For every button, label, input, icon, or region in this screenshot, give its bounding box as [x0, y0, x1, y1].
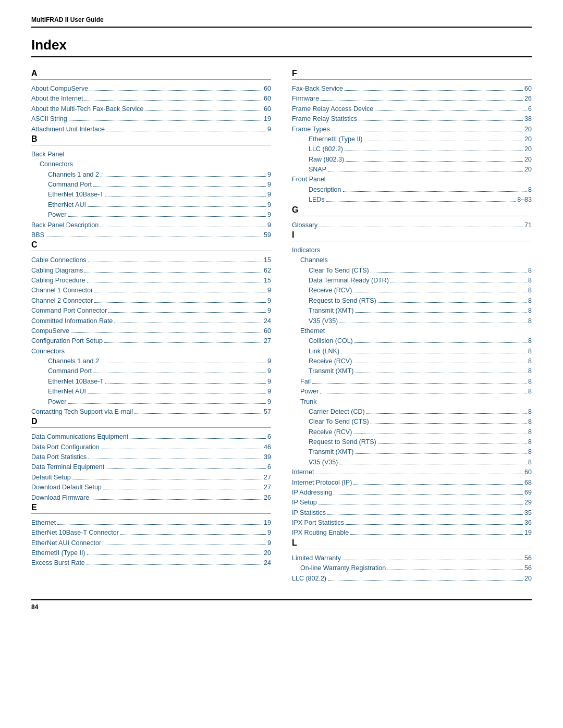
list-item: Request to Send (RTS)8	[292, 437, 532, 447]
entry-label: Limited Warranty	[292, 553, 341, 563]
entry-label: EtherNet AUI	[48, 387, 86, 397]
list-item: Firmware26	[292, 94, 532, 104]
entry-dots	[371, 272, 527, 273]
entry-label: EthernetII (Type II)	[309, 134, 363, 144]
entry-label: Data Port Configuration	[31, 442, 100, 452]
entry-dots	[105, 383, 266, 384]
entry-label: Internet	[292, 467, 314, 477]
entry-dots	[106, 468, 266, 469]
entry-dots	[88, 206, 266, 207]
list-item: Receive (RCV)8	[292, 286, 532, 295]
entry-dots	[145, 110, 262, 111]
entry-dots	[68, 216, 266, 217]
entry-page: 9	[267, 200, 271, 210]
entry-label: Back Panel Description	[31, 220, 99, 230]
entry-label: EtherNet 10Base-T Connector	[31, 528, 119, 538]
entry-page: 60	[264, 84, 271, 94]
entry-label: Raw (802.3)	[309, 155, 344, 165]
entry-page: 20	[524, 574, 532, 584]
list-item: LLC (802.2)20	[292, 574, 532, 584]
entry-dots	[350, 534, 523, 535]
list-item: Cabling Diagrams62	[31, 266, 271, 276]
list-item: Download Firmware26	[31, 493, 271, 503]
list-item: Channel 1 Connector9	[31, 286, 271, 295]
entry-label: Transmit (XMT)	[309, 366, 353, 376]
list-item: Transmit (XMT)8	[292, 366, 532, 376]
entry-label: Transmit (XMT)	[309, 447, 353, 457]
entry-label: Firmware	[292, 94, 319, 104]
entry-dots	[101, 363, 266, 363]
entry-label: CompuServe	[31, 326, 69, 336]
entry-page: 56	[524, 563, 532, 573]
entry-dots	[71, 332, 262, 333]
entry-page: 20	[524, 125, 532, 134]
entry-page: 9	[267, 125, 271, 134]
list-item: Raw (802.3)20	[292, 155, 532, 165]
entry-dots	[87, 564, 262, 565]
entry-label: Contacting Tech Support via E-mail	[31, 407, 133, 417]
entry-dots	[346, 161, 523, 162]
list-item: Limited Warranty56	[292, 553, 532, 563]
entry-label: Data Port Statistics	[31, 452, 87, 462]
entry-page: 19	[264, 518, 271, 528]
entry-label: About CompuServe	[31, 84, 88, 94]
entry-dots	[68, 403, 266, 404]
entry-dots	[354, 342, 527, 343]
list-item: Default Setup27	[31, 473, 271, 483]
entry-dots	[327, 514, 523, 515]
entry-label: IP Addressing	[292, 488, 332, 498]
section-b: BBack PanelConnectorsChannels 1 and 29Co…	[31, 134, 271, 240]
entry-dots	[101, 176, 266, 177]
list-item: Command Port Connector9	[31, 306, 271, 316]
list-item: Frame Relay Access Device6	[292, 104, 532, 114]
entry-page: 9	[267, 356, 271, 366]
entry-dots	[106, 131, 266, 131]
list-item: Cable Connections15	[31, 255, 271, 265]
list-item: Internet60	[292, 467, 532, 477]
entry-page: 6	[267, 462, 271, 472]
list-item: Ethernet	[292, 326, 532, 336]
entry-dots	[88, 393, 266, 393]
entry-dots	[387, 570, 523, 570]
entry-label: About the Internet	[31, 94, 83, 104]
entry-label: V35 (V35)	[309, 316, 338, 326]
entry-dots	[100, 227, 266, 227]
entry-page: 6	[528, 104, 532, 114]
entry-label: Frame Relay Statistics	[292, 114, 357, 124]
list-item: Back Panel Description9	[31, 220, 271, 230]
list-item: EtherNet AUI9	[31, 387, 271, 397]
list-item: Receive (RCV)8	[292, 427, 532, 437]
entry-label: Link (LNK)	[309, 347, 339, 356]
entry-dots	[94, 292, 266, 292]
entry-dots	[319, 227, 523, 227]
entry-label: Command Port	[48, 180, 92, 190]
entry-label: Command Port	[48, 366, 92, 376]
entry-dots	[366, 413, 527, 414]
entry-page: 9	[267, 296, 271, 306]
list-item: Connectors	[31, 159, 271, 169]
entry-dots	[101, 449, 262, 449]
entry-page: 8	[528, 276, 532, 286]
entry-dots	[343, 191, 527, 192]
entry-page: 9	[267, 190, 271, 200]
footer-page-number: 84	[31, 603, 38, 611]
list-item: Front Panel	[292, 175, 532, 184]
entry-label: Download Firmware	[31, 493, 89, 503]
entry-page: 56	[524, 553, 532, 563]
list-item: Description8	[292, 185, 532, 195]
entry-dots	[104, 342, 262, 343]
entry-page: 60	[264, 326, 271, 336]
section-e: EEthernet19EtherNet 10Base-T Connector9E…	[31, 503, 271, 569]
list-item: ASCII String19	[31, 114, 271, 124]
section-a: AAbout CompuServe60About the Internet60A…	[31, 69, 271, 134]
entry-dots	[57, 524, 262, 525]
entry-label: Configuration Port Setup	[31, 336, 103, 346]
entry-page: 60	[524, 467, 532, 477]
section-letter: D	[31, 417, 271, 428]
entry-label: Committed Information Rate	[31, 316, 113, 326]
entry-dots	[345, 151, 523, 151]
entry-dots	[371, 423, 527, 424]
entry-dots	[105, 196, 266, 196]
list-item: Internet Protocol (IP)68	[292, 478, 532, 488]
entry-dots	[326, 201, 516, 202]
